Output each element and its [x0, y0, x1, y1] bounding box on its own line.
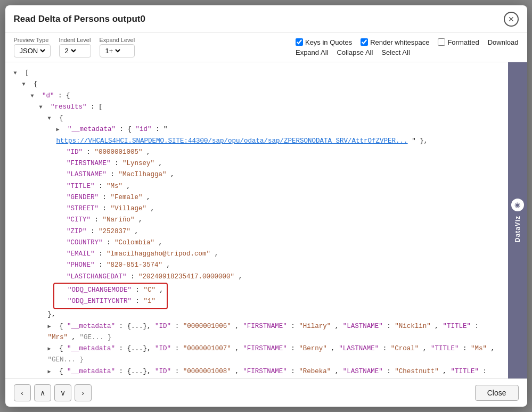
json-odq-changemode: "ODQ_CHANGEMODE" : "C" , — [58, 285, 164, 296]
json-country: "COUNTRY" : "Colombia" , — [14, 237, 500, 249]
collapse-all-button[interactable]: Collapse All — [337, 48, 373, 56]
formatted-checkbox[interactable] — [438, 38, 445, 46]
json-record-obj: ▼ { — [14, 113, 500, 124]
highlighted-odq-block: "ODQ_CHANGEMODE" : "C" , "ODQ_ENTITYCNTR… — [53, 283, 168, 310]
keys-in-quotes-label: Keys in Quotes — [305, 38, 352, 46]
toggle-row4[interactable]: ▶ — [48, 367, 54, 376]
expand-level-select[interactable]: 1+ — [100, 44, 135, 57]
toolbar-right: Keys in Quotes Render whitespace Formatt… — [296, 38, 519, 56]
preview-type-group: Preview Type JSON — [14, 37, 51, 57]
toggle-record[interactable]: ▼ — [48, 114, 54, 123]
json-email: "EMAIL" : "lmacilhaggaho@tripod.com" , — [14, 249, 500, 260]
keys-in-quotes-checkbox[interactable] — [296, 38, 303, 46]
nav-next-button[interactable]: › — [75, 384, 92, 401]
footer-close-button[interactable]: Close — [475, 385, 519, 401]
json-panel[interactable]: ▼ [ ▼ { ▼ "d" : { ▼ "results" : [ — [5, 62, 508, 378]
json-row4: ▶ { "__metadata" : {...}, "ID" : "000000… — [14, 366, 500, 379]
modal-title: Read Delta of Persons output0 — [14, 14, 145, 24]
json-lastchangedat: "LASTCHANGEDAT" : "20240918235417.000000… — [14, 271, 500, 283]
navigation-buttons: ‹ ∧ ∨ › — [14, 384, 92, 401]
preview-type-select[interactable]: JSON — [14, 44, 51, 57]
json-street: "STREET" : "Village" , — [14, 203, 500, 215]
toggle-row2[interactable]: ▶ — [48, 322, 54, 331]
nav-up-button[interactable]: ∧ — [34, 384, 51, 401]
json-phone: "PHONE" : "820-851-3574" , — [14, 260, 500, 271]
toggle-d[interactable]: ▼ — [31, 92, 37, 101]
json-odq-entitycntr: "ODQ_ENTITYCNTR" : "1" — [58, 296, 164, 307]
indent-level-select-input[interactable]: 2 — [63, 46, 78, 55]
dataviz-icon: ◉ — [511, 199, 524, 211]
render-whitespace-checkbox-label[interactable]: Render whitespace — [361, 38, 429, 46]
formatted-label: Formatted — [447, 38, 479, 46]
render-whitespace-label: Render whitespace — [370, 38, 429, 46]
expand-level-select-input[interactable]: 1+ — [103, 46, 122, 55]
json-record-close: }, — [14, 309, 500, 320]
modal-header: Read Delta of Persons output0 ✕ — [5, 5, 527, 32]
toggle-metadata[interactable]: ▶ — [56, 125, 63, 134]
indent-level-select[interactable]: 2 — [59, 44, 91, 57]
json-results-key: ▼ "results" : [ — [14, 102, 500, 113]
formatted-checkbox-label[interactable]: Formatted — [438, 38, 479, 46]
toggle-root[interactable]: ▼ — [14, 69, 20, 78]
expand-level-group: Expand Level 1+ — [100, 37, 135, 57]
render-whitespace-checkbox[interactable] — [361, 38, 368, 46]
expand-level-label: Expand Level — [100, 37, 135, 43]
dataviz-sidebar[interactable]: ◉ DataViz — [508, 62, 527, 378]
toggle-obj1[interactable]: ▼ — [22, 80, 29, 89]
toggle-row3[interactable]: ▶ — [48, 344, 54, 353]
content-area: ▼ [ ▼ { ▼ "d" : { ▼ "results" : [ — [5, 62, 527, 378]
json-metadata: ▶ "__metadata" : { "id" : " https://VHCA… — [14, 124, 500, 147]
json-city: "CITY" : "Nariño" , — [14, 215, 500, 226]
json-root-array: ▼ [ — [14, 68, 500, 79]
keys-in-quotes-checkbox-label[interactable]: Keys in Quotes — [296, 38, 352, 46]
json-zip: "ZIP" : "252837" , — [14, 226, 500, 237]
indent-level-group: Indent Level 2 — [59, 37, 91, 57]
footer: ‹ ∧ ∨ › Close — [5, 378, 527, 407]
json-title: "TITLE" : "Ms" , — [14, 181, 500, 192]
toolbar-actions: Expand All Collapse All Select All — [296, 48, 519, 56]
preview-type-select-input[interactable]: JSON — [18, 46, 47, 55]
json-lastname: "LASTNAME" : "MacIlhagga" , — [14, 169, 500, 180]
header-close-button[interactable]: ✕ — [504, 12, 519, 27]
toolbar: Preview Type JSON Indent Level 2 Expand … — [5, 32, 527, 62]
toolbar-checks: Keys in Quotes Render whitespace Formatt… — [296, 38, 519, 46]
preview-type-label: Preview Type — [14, 37, 51, 43]
json-obj1: ▼ { — [14, 79, 500, 90]
toggle-results[interactable]: ▼ — [39, 103, 46, 112]
json-firstname: "FIRSTNAME" : "Lynsey" , — [14, 158, 500, 169]
json-row2: ▶ { "__metadata" : {...}, "ID" : "000000… — [14, 321, 500, 344]
select-all-button[interactable]: Select All — [381, 48, 410, 56]
modal: Read Delta of Persons output0 ✕ Preview … — [5, 5, 527, 407]
json-d-key: ▼ "d" : { — [14, 90, 500, 102]
download-button[interactable]: Download — [488, 38, 519, 46]
nav-prev-button[interactable]: ‹ — [14, 384, 31, 401]
json-row3: ▶ { "__metadata" : {...}, "ID" : "000000… — [14, 343, 500, 366]
indent-level-label: Indent Level — [59, 37, 91, 43]
json-id: "ID" : "0000001005" , — [14, 147, 500, 158]
dataviz-label: DataViz — [514, 216, 521, 242]
expand-all-button[interactable]: Expand All — [296, 48, 328, 56]
json-gender: "GENDER" : "Female" , — [14, 192, 500, 203]
nav-down-button[interactable]: ∨ — [54, 384, 71, 401]
